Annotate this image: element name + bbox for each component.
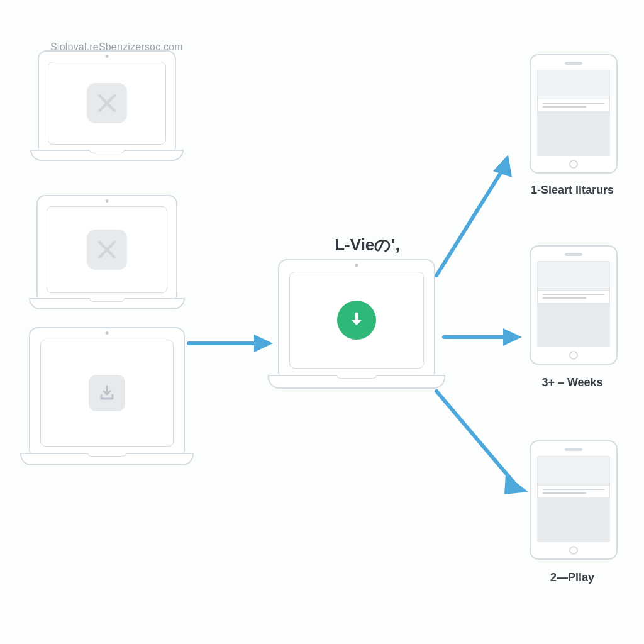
arrow-left-to-center: [186, 331, 274, 356]
source-laptop-3: [29, 327, 194, 465]
svg-line-2: [436, 171, 502, 275]
download-circle-icon: [337, 301, 376, 340]
arrow-to-tablet-3: [430, 384, 537, 503]
center-laptop: [278, 259, 445, 389]
tablet-1-label: 1-Sleart litarurs: [516, 184, 629, 197]
target-tablet-3: [530, 440, 618, 560]
center-title: L-Vieの',: [311, 234, 424, 256]
x-icon: [87, 83, 127, 123]
svg-marker-5: [503, 328, 522, 346]
x-icon: [87, 230, 127, 270]
arrow-to-tablet-2: [441, 325, 523, 350]
svg-marker-7: [504, 474, 528, 494]
svg-line-6: [436, 391, 513, 482]
target-tablet-1: [530, 54, 618, 174]
tablet-3-label: 2—Pllay: [516, 571, 629, 584]
download-tray-icon: [89, 375, 125, 411]
tablet-2-label: 3+ – Weeks: [516, 376, 629, 389]
svg-marker-1: [254, 335, 273, 352]
source-laptop-2: [36, 195, 185, 309]
svg-marker-3: [493, 155, 512, 177]
arrow-to-tablet-1: [428, 146, 522, 284]
target-tablet-2: [530, 245, 618, 365]
source-laptop-1: [38, 50, 184, 161]
diagram-canvas: Slolpval.reSbenzizersoc.com: [0, 0, 644, 644]
